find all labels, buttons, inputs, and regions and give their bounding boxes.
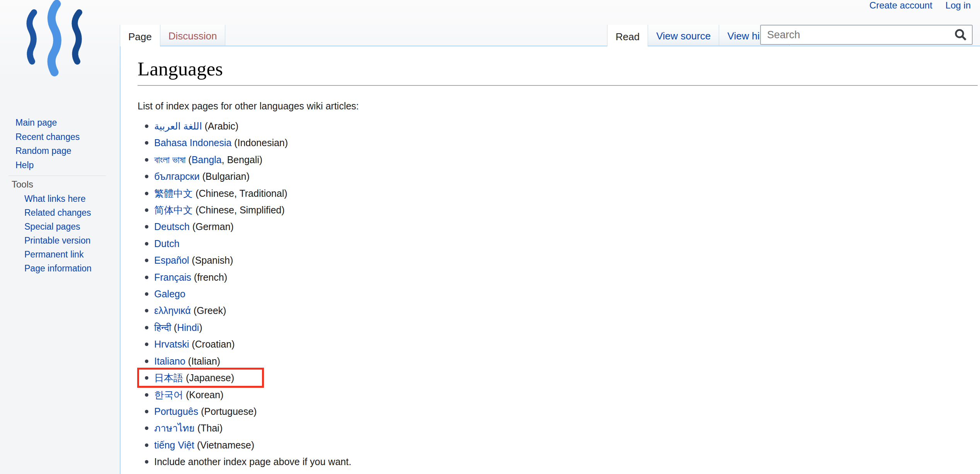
language-list-item: हिन्दी (Hindi) [138,319,972,336]
sidebar-nav: Main pageRecent changesRandom pageHelp [15,116,80,172]
personal-bar: Create account Log in [869,0,971,11]
list-item-text: (Japanese) [183,372,234,383]
language-list-item: বাংলা ভাষা (Bangla, Bengali) [138,152,972,168]
tools-item-what-links-here[interactable]: What links here [24,194,86,204]
tools-item-page-information[interactable]: Page information [24,263,92,273]
language-link[interactable]: ภาษาไทย [154,423,195,433]
steem-logo[interactable] [19,0,94,77]
language-list-item: اللغة العربية (Arabic) [138,118,972,135]
language-list-item: Galego [138,286,972,302]
list-item: Special pages [24,220,92,234]
sidebar-separator [9,176,106,176]
tools-heading: Tools [12,179,33,190]
sidebar-item-main-page[interactable]: Main page [15,118,57,128]
language-list-item: 한국어 (Korean) [138,387,972,403]
log-in-link[interactable]: Log in [946,0,971,11]
language-link[interactable]: Español [154,255,189,266]
list-item-text: ( [185,154,191,165]
language-link[interactable]: বাংলা ভাষা [154,154,185,165]
list-item-text: (Italian) [185,356,220,367]
language-link[interactable]: Português [154,406,198,417]
list-item: Recent changes [15,130,80,144]
list-item-text: (Chinese, Simplified) [193,205,285,215]
sidebar-tools: What links hereRelated changesSpecial pa… [24,192,92,275]
language-list-item: ελληνικά (Greek) [138,302,972,319]
list-item-text: , Bengali) [222,154,263,165]
language-list-item: Dutch [138,235,972,252]
search-box [760,25,973,45]
language-list-item: Hrvatski (Croatian) [138,336,972,353]
list-item-text: (Croatian) [189,339,235,350]
language-list-item: tiếng Việt (Vietnamese) [138,437,972,454]
tab-page[interactable]: Page [120,25,160,46]
tools-item-printable-version[interactable]: Printable version [24,235,90,246]
language-link[interactable]: اللغة العربية [154,121,202,131]
language-list: اللغة العربية (Arabic)Bahasa Indonesia (… [138,118,972,471]
language-link[interactable]: Dutch [154,238,179,249]
tools-item-related-changes[interactable]: Related changes [24,208,91,218]
content-left-border [120,46,121,474]
list-item-text: (Portuguese) [198,406,257,417]
tab-view-source[interactable]: View source [648,25,719,46]
language-list-item: ภาษาไทย (Thai) [138,420,972,436]
tab-discussion[interactable]: Discussion [160,25,226,46]
list-item-text: (Vietnamese) [194,440,254,450]
list-item-text: (Thai) [195,423,223,433]
list-item: What links here [24,192,92,206]
list-item-text: (Indonesian) [231,137,288,148]
language-link[interactable]: ελληνικά [154,305,191,316]
language-link[interactable]: Hindi [177,322,199,333]
language-link[interactable]: 简体中文 [154,205,193,215]
language-link[interactable]: Bahasa Indonesia [154,137,231,148]
language-link[interactable]: 繁體中文 [154,188,193,199]
create-account-link[interactable]: Create account [869,0,932,11]
language-link[interactable]: tiếng Việt [154,440,194,450]
list-item: Printable version [24,234,92,247]
language-list-item: Include another index page above if you … [138,454,972,470]
list-item: Random page [15,144,80,158]
language-link[interactable]: Hrvatski [154,339,189,350]
page-tabs: PageDiscussion [120,25,225,46]
list-item-text: ( [171,322,177,333]
content-area: Languages List of index pages for other … [121,46,980,474]
language-list-item: Português (Portuguese) [138,403,972,420]
search-button[interactable] [949,26,972,44]
intro-text: List of index pages for other languages … [138,101,980,112]
search-input[interactable] [761,26,949,44]
language-list-item: Deutsch (German) [138,218,972,235]
language-link[interactable]: हिन्दी [154,322,171,333]
sidebar-item-help[interactable]: Help [15,160,34,170]
language-list-item: 简体中文 (Chinese, Simplified) [138,202,972,218]
list-item-text: (German) [190,221,234,232]
list-item-text: (french) [191,272,227,283]
tab-read[interactable]: Read [607,25,648,46]
language-link[interactable]: Français [154,272,191,283]
language-list-item: 日本語 (Japanese) [138,370,972,386]
list-item-text: (Bulgarian) [199,171,249,182]
language-list-item: Español (Spanish) [138,252,972,269]
language-link[interactable]: Italiano [154,356,185,367]
language-list-item: Italiano (Italian) [138,353,972,370]
list-item: Page information [24,261,92,275]
search-icon [954,28,968,42]
content-top-border [120,46,980,46]
language-link[interactable]: Galego [154,288,185,299]
list-item-text: Include another index page above if you … [154,456,351,467]
list-item-text: ) [199,322,202,333]
sidebar-item-recent-changes[interactable]: Recent changes [15,132,80,142]
language-link[interactable]: 日本語 [154,372,183,383]
sidebar-item-random-page[interactable]: Random page [15,146,71,156]
list-item-text: (Spanish) [189,255,233,266]
tools-item-permanent-link[interactable]: Permanent link [24,249,83,259]
tools-item-special-pages[interactable]: Special pages [24,222,80,232]
language-list-item: 繁體中文 (Chinese, Traditional) [138,185,972,202]
language-list-item: Français (french) [138,269,972,286]
language-link[interactable]: Bangla [192,154,222,165]
language-link[interactable]: български [154,171,199,182]
page-title: Languages [138,57,978,86]
language-list-item: български (Bulgarian) [138,168,972,185]
list-item: Permanent link [24,247,92,261]
language-link[interactable]: Deutsch [154,221,190,232]
list-item-text: (Greek) [191,305,226,316]
language-link[interactable]: 한국어 [154,389,183,400]
